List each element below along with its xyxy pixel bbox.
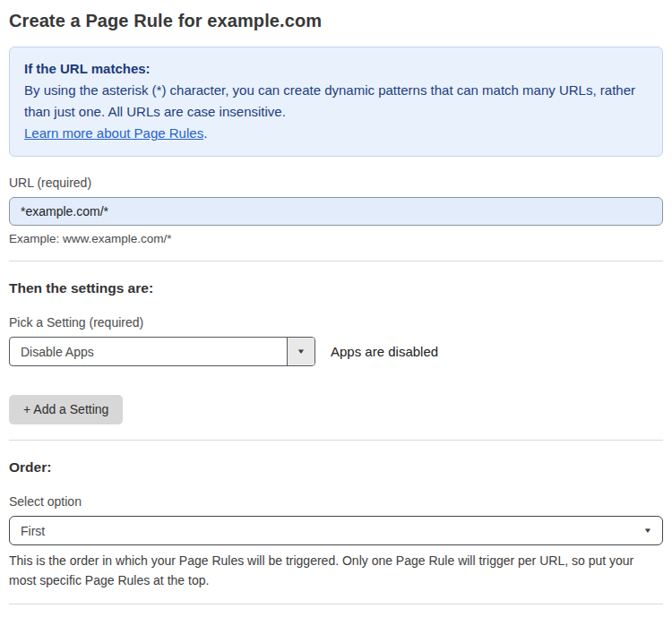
order-helper-text: This is the order in which your Page Rul… <box>9 551 654 590</box>
info-box-link-line: Learn more about Page Rules. <box>24 123 648 144</box>
url-input[interactable] <box>9 197 663 226</box>
divider <box>9 261 663 261</box>
add-setting-button[interactable]: + Add a Setting <box>9 395 123 424</box>
order-section-heading: Order: <box>9 459 663 476</box>
url-field-label: URL (required) <box>9 176 663 190</box>
info-box-body: By using the asterisk (*) character, you… <box>24 80 648 123</box>
divider <box>9 440 663 441</box>
chevron-down-icon: ▼ <box>297 348 306 356</box>
setting-dropdown-value: Disable Apps <box>10 338 287 365</box>
setting-dropdown[interactable]: Disable Apps ▼ <box>9 337 315 366</box>
settings-section-heading: Then the settings are: <box>9 280 663 296</box>
pick-setting-label: Pick a Setting (required) <box>9 315 663 330</box>
order-select-value: First <box>21 524 644 538</box>
page-title: Create a Page Rule for example.com <box>9 11 663 31</box>
order-select[interactable]: First ▼ <box>9 516 663 545</box>
info-box-heading: If the URL matches: <box>24 58 648 80</box>
link-period: . <box>203 125 207 141</box>
learn-more-link[interactable]: Learn more about Page Rules <box>24 125 203 141</box>
setting-status-text: Apps are disabled <box>331 344 438 359</box>
url-match-info-box: If the URL matches: By using the asteris… <box>9 47 663 157</box>
url-example-text: Example: www.example.com/* <box>9 232 663 245</box>
chevron-down-icon: ▼ <box>643 527 652 535</box>
setting-dropdown-arrow-button[interactable]: ▼ <box>287 338 314 365</box>
setting-row: Disable Apps ▼ Apps are disabled <box>9 337 663 366</box>
order-select-label: Select option <box>9 494 663 509</box>
divider <box>9 604 663 604</box>
